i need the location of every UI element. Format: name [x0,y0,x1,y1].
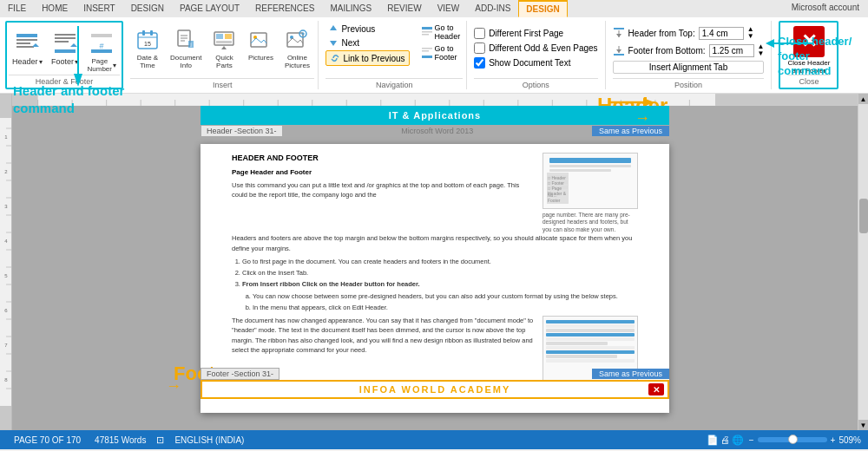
svg-rect-51 [0,94,12,118]
close-x-icon: ✕ [793,26,825,57]
insert-alignment-tab-button[interactable]: Insert Alignment Tab [613,61,765,74]
footer-bottom-down[interactable]: ▼ [758,50,765,57]
tab-file[interactable]: FILE [0,0,34,17]
next-button[interactable]: Next [326,36,409,49]
header-top-down[interactable]: ▼ [747,33,754,40]
content-heading: HEADER AND FOOTER [232,153,536,165]
horizontal-ruler [12,94,858,106]
document-area: │ [0,94,868,430]
svg-marker-46 [616,34,621,37]
navigation-group-label: Navigation [326,78,463,89]
different-odd-even-option[interactable]: Different Odd & Even Pages [474,42,597,54]
view-web-btn[interactable]: 🌐 [732,435,744,446]
page-number-button[interactable]: # PageNumber▾ [84,28,120,75]
svg-rect-43 [422,56,432,58]
different-first-page-option[interactable]: Different First Page [474,28,597,39]
link-to-previous-button[interactable]: Link to Previous [326,50,409,66]
svg-rect-81 [715,94,858,106]
close-header-footer-button[interactable]: ✕ Close Headerand Footer [787,26,830,75]
header-button[interactable]: Header ▾ [9,28,46,68]
zoom-percent: 509% [838,435,861,445]
status-right: 📄 🖨 🌐 − + 509% [707,435,861,446]
online-pictures-label: OnlinePictures [285,54,310,69]
goto-footer-button[interactable]: Go toFooter [418,43,464,62]
insert-group-label: Insert [130,78,314,89]
svg-marker-28 [221,46,227,49]
svg-marker-9 [70,43,77,47]
docinfo-icon: i [172,26,200,54]
svg-marker-49 [616,49,621,53]
view-print-btn[interactable]: 🖨 [720,435,730,446]
link-icon [330,53,340,63]
tab-pagelayout[interactable]: PAGE LAYOUT [172,0,247,17]
tab-insert[interactable]: INSERT [76,0,123,17]
svg-marker-4 [32,43,39,47]
header-btn-label: Header ▾ [12,57,43,66]
tab-view[interactable]: VIEW [430,0,468,17]
goto-header-button[interactable]: Go toHeader [418,23,464,42]
scroll-down-btn[interactable]: ▼ [858,420,868,430]
tab-design[interactable]: DESIGN [123,0,172,17]
footer-button[interactable]: Footer ▾ [48,28,82,68]
different-odd-even-checkbox[interactable] [474,42,485,54]
pictures-button[interactable]: Pictures [243,24,278,78]
show-document-text-option[interactable]: Show Document Text [474,57,597,69]
svg-rect-42 [422,50,429,52]
header-from-top-input[interactable] [699,27,744,40]
previous-button[interactable]: Previous [326,23,409,35]
close-group-label: Close [787,75,830,86]
account-area [851,19,865,91]
zoom-thumb[interactable] [788,435,798,444]
tab-addins[interactable]: ADD-INS [467,0,518,17]
date-time-button[interactable]: 15 Date &Time [130,24,165,78]
view-buttons: 📄 🖨 🌐 [707,435,744,446]
footer-from-bottom-input[interactable] [709,44,754,57]
different-first-page-checkbox[interactable] [474,28,485,39]
svg-rect-3 [16,46,34,48]
scroll-up-btn[interactable]: ▲ [858,94,868,104]
word-app-label: Microsoft Word 2013 [283,127,592,135]
header-from-top-row: Header from Top: ▲ ▼ [613,26,765,40]
thumbnail-caption: page number. There are many pre-designed… [542,212,638,233]
status-bar: PAGE 70 OF 170 47815 Words ⊡ ENGLISH (IN… [0,430,868,449]
document-info-button[interactable]: i DocumentInfo [167,24,205,78]
main-doc-column: IT & Applications Header -Section 31- Mi… [12,94,858,430]
content-list: Go to first page in the document. You ca… [242,257,638,312]
header-bar-text: IT & Applications [389,110,481,121]
tab-references[interactable]: REFERENCES [247,0,322,17]
online-pictures-button[interactable]: OnlinePictures [279,24,314,78]
zoom-slider[interactable] [758,437,827,442]
status-language: ENGLISH (INDIA) [168,435,251,445]
scroll-track[interactable] [858,104,868,420]
zoom-out-btn[interactable]: − [749,435,754,445]
show-document-text-checkbox[interactable] [474,57,485,69]
svg-rect-47 [614,54,624,56]
ribbon-tab-bar: FILE HOME INSERT DESIGN PAGE LAYOUT REFE… [0,0,868,17]
content-subheading: Page Header and Footer [232,167,536,178]
scroll-thumb[interactable] [859,199,868,233]
document-scroll[interactable]: IT & Applications Header -Section 31- Mi… [12,106,858,430]
pictures-icon [247,26,274,54]
close-group: ✕ Close Headerand Footer Close [779,21,838,89]
footer-same-as-prev-button[interactable]: Same as Previous [592,369,669,379]
tab-design-active[interactable]: DESIGN [518,0,567,17]
same-as-prev-button[interactable]: Same as Previous [592,126,669,136]
header-footer-group: Header ▾ Foot [5,21,123,89]
quick-parts-button[interactable]: QuickParts [207,24,241,78]
svg-rect-0 [16,34,37,37]
svg-rect-25 [216,34,223,39]
zoom-in-btn[interactable]: + [831,435,836,445]
tab-home[interactable]: HOME [34,0,76,17]
position-group-label: Position [613,78,765,89]
header-orange-arrow: → [635,109,650,127]
pagenumber-icon: # [88,29,115,57]
options-group-label: Options [474,78,597,89]
scrollbar[interactable]: ▲ ▼ [858,94,868,430]
svg-rect-5 [55,34,76,36]
svg-rect-44 [614,28,624,29]
document-header-bar: IT & Applications [201,106,669,125]
view-read-btn[interactable]: 📄 [707,435,719,446]
tab-review[interactable]: REVIEW [379,0,429,17]
tab-mailings[interactable]: MAILINGS [322,0,379,17]
quickparts-icon [210,26,238,54]
